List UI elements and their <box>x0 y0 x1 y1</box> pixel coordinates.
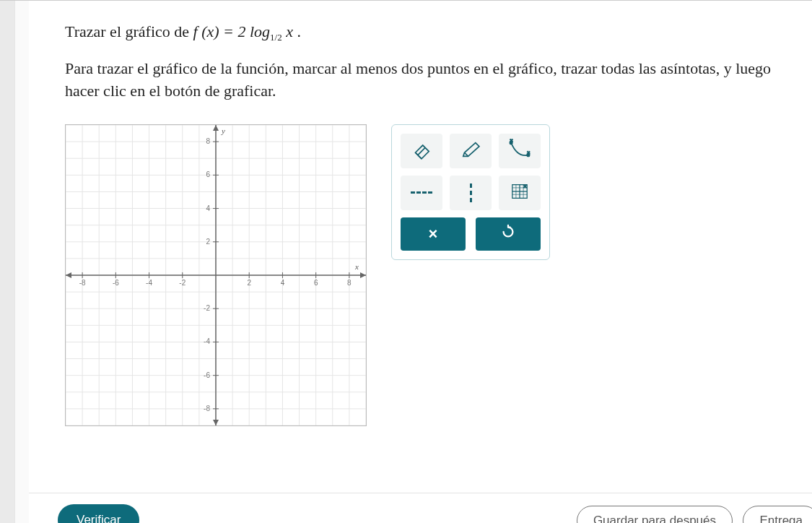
vertical-asymptote-tool[interactable] <box>450 176 492 210</box>
tool-row-1: ×× <box>401 134 541 168</box>
prompt-prefix: Trazar el gráfico de <box>65 22 193 40</box>
formula: f (x) = 2 log1/2 x <box>193 22 297 40</box>
pencil-tool[interactable] <box>450 134 492 168</box>
tool-row-2: × <box>401 176 541 210</box>
work-area: -8-6-4-22468-8-6-4-22468yx <box>65 124 812 426</box>
svg-text:-6: -6 <box>204 371 210 379</box>
pencil-icon <box>458 139 483 163</box>
undo-button[interactable] <box>476 217 541 251</box>
svg-text:×: × <box>527 150 530 155</box>
svg-text:-4: -4 <box>146 279 152 287</box>
svg-text:2: 2 <box>247 279 251 287</box>
svg-text:-2: -2 <box>179 279 185 287</box>
svg-text:4: 4 <box>281 279 285 287</box>
hline-icon <box>411 191 432 194</box>
gutter-inner <box>14 1 29 523</box>
svg-text:-2: -2 <box>204 304 210 312</box>
svg-text:y: y <box>221 126 225 135</box>
prompt-suffix: . <box>297 22 301 40</box>
svg-text:6: 6 <box>206 170 210 178</box>
close-icon: × <box>429 225 438 243</box>
svg-marker-40 <box>360 272 366 278</box>
graph-canvas[interactable]: -8-6-4-22468-8-6-4-22468yx <box>65 124 367 426</box>
svg-text:×: × <box>510 139 512 143</box>
svg-text:2: 2 <box>206 238 210 246</box>
question-text: Trazar el gráfico de f (x) = 2 log1/2 x … <box>65 22 812 43</box>
save-later-button[interactable]: Guardar para después <box>577 506 733 523</box>
svg-text:×: × <box>523 183 527 190</box>
left-gutter <box>0 1 29 523</box>
undo-icon <box>500 224 516 243</box>
grid-zoom-icon: × <box>507 181 532 205</box>
vline-icon <box>470 183 472 202</box>
action-row: × <box>401 217 541 251</box>
svg-text:-4: -4 <box>204 337 210 345</box>
svg-text:x: x <box>354 262 359 271</box>
svg-text:-8: -8 <box>79 279 86 287</box>
curve-tool[interactable]: ×× <box>499 134 541 168</box>
submit-button[interactable]: Entrega <box>743 506 812 523</box>
toolbox: ×× × <box>391 124 550 260</box>
svg-marker-43 <box>213 420 219 425</box>
bottom-bar: Verificar Guardar para después Entrega <box>29 493 812 523</box>
instructions-text: Para trazar el gráfico de la función, ma… <box>65 58 794 103</box>
svg-text:4: 4 <box>206 204 210 212</box>
clear-button[interactable]: × <box>401 217 466 251</box>
zoom-grid-tool[interactable]: × <box>499 176 541 210</box>
svg-text:8: 8 <box>347 279 352 287</box>
svg-marker-42 <box>213 125 219 131</box>
horizontal-asymptote-tool[interactable] <box>401 176 442 210</box>
svg-text:-8: -8 <box>204 405 210 412</box>
svg-text:-6: -6 <box>113 279 119 287</box>
eraser-icon <box>409 139 434 163</box>
svg-text:8: 8 <box>206 137 210 145</box>
svg-marker-41 <box>66 272 71 278</box>
curve-icon: ×× <box>507 139 532 163</box>
content-area: Trazar el gráfico de f (x) = 2 log1/2 x … <box>29 1 812 426</box>
svg-text:6: 6 <box>314 279 318 287</box>
verify-button[interactable]: Verificar <box>58 504 139 523</box>
eraser-tool[interactable] <box>401 134 442 168</box>
